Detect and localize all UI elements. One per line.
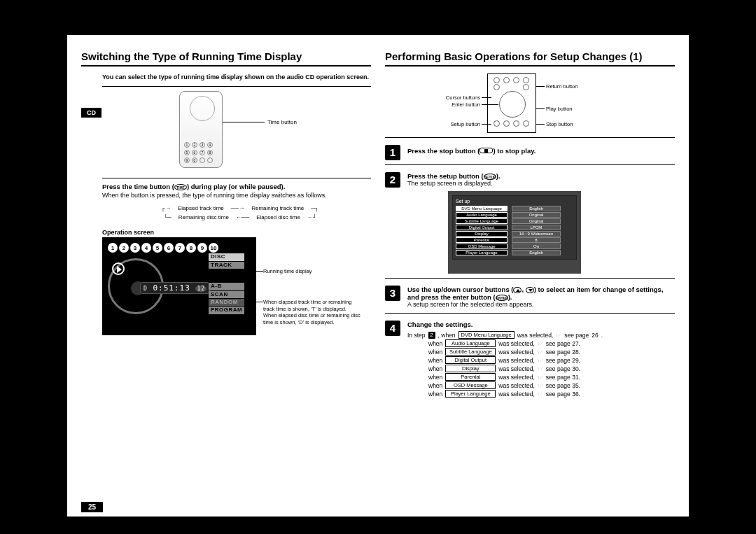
step1-body: When the button is pressed, the type of … bbox=[102, 192, 371, 200]
step-number-2: 2 bbox=[385, 172, 400, 188]
step-3: 3 Use the up/down cursor buttons (, ) to… bbox=[385, 286, 675, 309]
left-column: Switching the Type of Running Time Displ… bbox=[81, 50, 371, 401]
page-number: 25 bbox=[81, 502, 103, 512]
time-button-icon: TIME bbox=[174, 184, 187, 190]
time-display-cycle: ┌→Elapsed track time──→Remaining track t… bbox=[109, 205, 371, 220]
running-time-callout: Running time display bbox=[263, 268, 354, 274]
stop-button-icon bbox=[479, 148, 493, 153]
step-number-4: 4 bbox=[385, 321, 400, 336]
right-column: Performing Basic Operations for Setup Ch… bbox=[385, 50, 675, 401]
remote-illustration: 1234567890 bbox=[179, 91, 223, 168]
setup-screen: Set up DVD Menu LanguageEnglishAudio Lan… bbox=[448, 191, 581, 274]
time-button-label: Time button bbox=[267, 119, 297, 125]
left-intro: You can select the type of running time … bbox=[102, 73, 371, 82]
mode-tags: DISC TRACK A-B SCAN RANDOM PROGRAM bbox=[209, 253, 244, 314]
setup-button-icon: SETUP bbox=[484, 174, 496, 180]
step-number-3: 3 bbox=[385, 286, 400, 301]
step-number-1: 1 bbox=[385, 145, 400, 160]
cursor-up-icon bbox=[513, 287, 522, 293]
enter-button-icon: ENTER bbox=[496, 295, 508, 301]
right-title: Performing Basic Operations for Setup Ch… bbox=[385, 50, 675, 62]
elapsed-callout: When elapsed track time or remaining tra… bbox=[263, 299, 361, 325]
time-display: D 0:51:13 12 bbox=[140, 282, 210, 294]
pointer-icon: ☞ bbox=[556, 332, 561, 339]
manual-page: Switching the Type of Running Time Displ… bbox=[67, 35, 689, 517]
step-1: 1 Press the stop button () to stop play. bbox=[385, 145, 675, 160]
remote-diagram: Cursor buttons Enter button Setup button… bbox=[455, 73, 567, 133]
cursor-down-icon bbox=[526, 287, 534, 293]
left-title: Switching the Type of Running Time Displ… bbox=[81, 50, 371, 62]
settings-references: In step 2 , when DVD Menu Language was s… bbox=[407, 331, 675, 398]
track-numbers: 12345678910 bbox=[108, 243, 251, 253]
operation-screen-label: Operation screen bbox=[102, 229, 371, 236]
step1-heading: Press the time button (TIME) during play… bbox=[102, 183, 371, 190]
step-2: 2 Press the setup button (SETUP). The se… bbox=[385, 172, 675, 188]
operation-screen: 12345678910 D 0:51:13 12 DISC TRACK bbox=[102, 237, 256, 335]
step-4: 4 Change the settings. In step 2 , when … bbox=[385, 321, 675, 398]
